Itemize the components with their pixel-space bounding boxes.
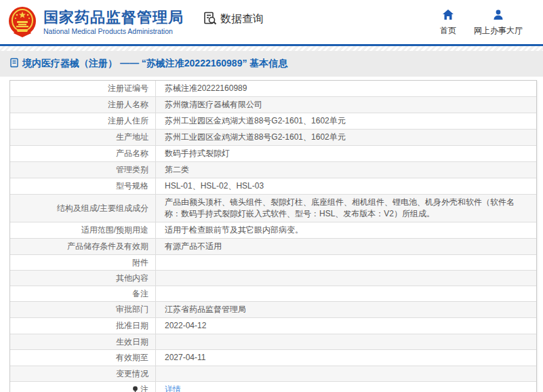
row-label-text: 型号规格 — [116, 180, 148, 192]
table-row: 其他内容 — [10, 271, 536, 286]
nav-service-hall[interactable]: 网上办事大厅 — [474, 9, 523, 37]
table-row: 注册证编号苏械注准20222160989 — [10, 81, 536, 97]
table-row: 生产地址苏州工业园区金鸡湖大道88号G2-1601、1602单元 — [10, 130, 536, 146]
table-row: 变更情况 — [10, 366, 536, 382]
details-link[interactable]: 详情 — [156, 382, 536, 392]
row-label-text: 适用范围/预期用途 — [81, 224, 148, 236]
row-label: 其他内容 — [10, 271, 156, 286]
row-label: 注册证编号 — [10, 81, 156, 96]
data-query-nav[interactable]: 数据查询 — [203, 11, 264, 28]
breadcrumb-text: 境内医疗器械（注册） —— “苏械注准20222160989” 基本信息 — [22, 58, 287, 70]
nav-home[interactable]: 首页 — [440, 9, 456, 37]
row-label: 产品储存条件及有效期 — [10, 239, 156, 254]
row-label: 备注 — [10, 286, 156, 301]
row-value — [156, 334, 536, 349]
row-label-text: 审批部门 — [116, 304, 148, 315]
row-label-text: 批准日期 — [116, 320, 148, 332]
table-row: 审批部门江苏省药品监督管理局 — [10, 302, 536, 318]
table-row: 产品储存条件及有效期有源产品不适用 — [10, 239, 536, 255]
row-value: 数码手持式裂隙灯 — [156, 146, 536, 161]
row-value: 2022-04-12 — [156, 318, 536, 334]
org-name-cn: 国家药品监督管理局 — [43, 9, 184, 26]
home-icon — [442, 9, 454, 25]
row-value — [156, 255, 536, 270]
row-label-text: 注册人住所 — [108, 115, 148, 127]
row-value — [156, 286, 536, 301]
table-row: 有效期至2027-04-11 — [10, 350, 536, 366]
org-name-en: National Medical Products Administration — [43, 26, 184, 36]
row-value: 苏州微清医疗器械有限公司 — [156, 97, 536, 113]
row-value — [156, 366, 536, 381]
data-query-icon — [203, 11, 220, 28]
table-row: 附件 — [10, 255, 536, 271]
row-label-text: 备注 — [132, 288, 148, 300]
data-query-label: 数据查询 — [220, 12, 264, 26]
row-value: 第二类 — [156, 162, 536, 178]
row-label-text: 有效期至 — [116, 352, 148, 364]
document-icon — [9, 58, 22, 70]
row-value: 有源产品不适用 — [156, 239, 536, 254]
table-row: 型号规格HSL-01、HSL-02、HSL-03 — [10, 178, 536, 195]
row-label-text: 注册人名称 — [108, 99, 148, 111]
row-label-text: 变更情况 — [116, 368, 148, 380]
breadcrumb-strip: 境内医疗器械（注册） —— “苏械注准20222160989” 基本信息 — [0, 51, 543, 77]
pin-icon — [132, 386, 138, 392]
nav-service-hall-label: 网上办事大厅 — [474, 25, 523, 37]
row-label-text: 结构及组成/主要组成成分 — [57, 203, 148, 214]
decorative-hatch-strip — [0, 46, 543, 51]
row-label: 审批部门 — [10, 302, 156, 317]
table-row: 产品名称数码手持式裂隙灯 — [10, 146, 536, 162]
row-label: 生效日期 — [10, 334, 156, 349]
row-label: 注册人名称 — [10, 97, 156, 113]
table-row: 适用范围/预期用途适用于检查眼前节及其它眼内部病变。 — [10, 222, 536, 239]
row-value: 苏械注准20222160989 — [156, 81, 536, 96]
table-row: 备注 — [10, 286, 536, 302]
row-value: HSL-01、HSL-02、HSL-03 — [156, 178, 536, 194]
national-emblem-logo — [8, 6, 37, 39]
site-header: 国家药品监督管理局 National Medical Products Admi… — [0, 0, 543, 46]
row-label-text: 注册证编号 — [108, 83, 148, 94]
table-row: 批准日期2022-04-12 — [10, 318, 536, 334]
row-value: 苏州工业园区金鸡湖大道88号G2-1601、1602单元 — [156, 130, 536, 145]
nav-home-label: 首页 — [440, 25, 456, 37]
row-label: 生产地址 — [10, 130, 156, 145]
row-label: 有效期至 — [10, 350, 156, 366]
row-label-text: 其他内容 — [116, 273, 148, 284]
row-label: 结构及组成/主要组成成分 — [10, 195, 156, 222]
row-value: 产品由额头顶杆、镜头组件、裂隙灯柱、底座组件、相机组件、锂电池、机身外壳和软件（… — [156, 195, 536, 222]
row-label: 注册人住所 — [10, 113, 156, 129]
row-label-text: 产品名称 — [116, 148, 148, 159]
table-row: 结构及组成/主要组成成分产品由额头顶杆、镜头组件、裂隙灯柱、底座组件、相机组件、… — [10, 195, 536, 222]
row-label: 产品名称 — [10, 146, 156, 161]
row-label: 注 — [10, 382, 156, 392]
table-row: 管理类别第二类 — [10, 162, 536, 178]
row-label: 适用范围/预期用途 — [10, 222, 156, 238]
breadcrumb: 境内医疗器械（注册） —— “苏械注准20222160989” 基本信息 — [9, 58, 287, 70]
row-label-text: 生效日期 — [116, 336, 148, 348]
user-icon — [492, 9, 504, 25]
table-row: 生效日期 — [10, 334, 536, 350]
row-value: 苏州工业园区金鸡湖大道88号G2-1601、1602单元 — [156, 113, 536, 129]
row-label: 批准日期 — [10, 318, 156, 334]
row-value — [156, 271, 536, 286]
row-label: 管理类别 — [10, 162, 156, 178]
row-label-text: 产品储存条件及有效期 — [67, 241, 148, 252]
registration-info-table: 注册证编号苏械注准20222160989注册人名称苏州微清医疗器械有限公司注册人… — [9, 80, 537, 392]
row-label: 变更情况 — [10, 366, 156, 381]
row-label-text: 附件 — [132, 257, 148, 269]
row-value: 江苏省药品监督管理局 — [156, 302, 536, 317]
row-value: 适用于检查眼前节及其它眼内部病变。 — [156, 222, 536, 238]
org-title-block: 国家药品监督管理局 National Medical Products Admi… — [43, 9, 184, 36]
row-label-text: 生产地址 — [116, 132, 148, 143]
table-row: 注详情 — [10, 382, 536, 392]
row-value: 2027-04-11 — [156, 350, 536, 366]
header-nav: 首页 网上办事大厅 — [440, 9, 523, 37]
row-label: 型号规格 — [10, 178, 156, 194]
table-row: 注册人名称苏州微清医疗器械有限公司 — [10, 97, 536, 113]
row-label: 附件 — [10, 255, 156, 270]
table-row: 注册人住所苏州工业园区金鸡湖大道88号G2-1601、1602单元 — [10, 113, 536, 130]
row-label-text: 管理类别 — [116, 164, 148, 176]
row-label-text: 注 — [140, 384, 148, 392]
